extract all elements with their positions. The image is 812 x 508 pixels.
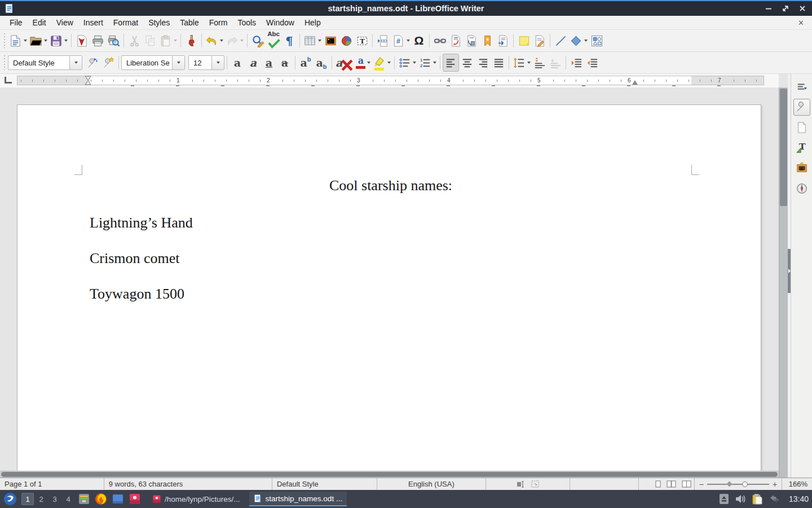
insert-footnote-button[interactable] — [448, 32, 464, 50]
cut-button[interactable] — [126, 32, 142, 50]
dropdown-arrow-icon[interactable] — [433, 62, 436, 64]
toolbar-grip[interactable] — [3, 55, 6, 70]
sidebar-hide-handle[interactable] — [788, 249, 791, 293]
app-menu-icon[interactable] — [3, 492, 17, 506]
insert-chart-button[interactable] — [338, 32, 354, 50]
close-button[interactable] — [798, 5, 806, 12]
dropdown-arrow-icon[interactable] — [220, 40, 223, 42]
special-character-button[interactable]: Ω — [411, 32, 427, 50]
clear-formatting-button[interactable]: a — [334, 54, 355, 72]
insert-field-button[interactable]: # — [391, 32, 411, 50]
network-offline-icon[interactable] — [769, 493, 781, 505]
document-line[interactable]: Crismon comet — [90, 250, 692, 267]
align-right-button[interactable] — [475, 54, 491, 72]
strikethrough-button[interactable]: a — [277, 54, 293, 72]
sidebar-tab-page[interactable] — [793, 119, 810, 136]
document-title-line[interactable]: Cool starship names: — [90, 177, 692, 194]
right-indent-marker[interactable] — [632, 80, 638, 85]
line-spacing-button[interactable] — [511, 54, 532, 72]
font-color-button[interactable]: a — [355, 54, 372, 72]
formatting-marks-button[interactable]: ¶ — [281, 32, 297, 50]
workspace-3-button[interactable]: 3 — [48, 493, 61, 505]
copy-button[interactable] — [142, 32, 158, 50]
dropdown-arrow-icon[interactable] — [407, 40, 410, 42]
tab-stop-selector[interactable] — [5, 77, 12, 84]
workspace-2-button[interactable]: 2 — [35, 493, 47, 505]
task-button-pictures[interactable]: /home/lynp/Pictures/... — [148, 492, 245, 506]
find-replace-button[interactable] — [250, 32, 266, 50]
insert-text-box-button[interactable]: T — [354, 32, 370, 50]
align-left-button[interactable] — [443, 54, 459, 72]
status-page-style[interactable]: Default Style — [272, 478, 377, 490]
task-button-writer[interactable]: startship_names.odt ... — [249, 492, 347, 506]
sidebar-splitter[interactable] — [788, 74, 791, 478]
document-area[interactable]: Cool starship names: Lightning’s Hand Cr… — [0, 87, 779, 471]
clock[interactable]: 13:40 — [789, 494, 809, 503]
indent-marker[interactable] — [85, 76, 91, 85]
highlight-color-button[interactable] — [372, 54, 392, 72]
paragraph-style-value[interactable]: Default Style — [8, 59, 69, 67]
menu-format[interactable]: Format — [108, 16, 143, 29]
toolbar-grip[interactable] — [3, 33, 6, 48]
dropdown-arrow-icon[interactable] — [387, 62, 391, 64]
decrease-indent-button[interactable] — [584, 54, 600, 72]
dropdown-arrow-icon[interactable] — [240, 40, 244, 42]
paragraph-style-dropdown[interactable] — [69, 56, 82, 69]
dropdown-arrow-icon[interactable] — [413, 62, 416, 64]
menu-view[interactable]: View — [51, 16, 78, 29]
paste-button[interactable] — [158, 32, 178, 50]
cross-reference-button[interactable] — [495, 32, 511, 50]
print-button[interactable] — [90, 32, 105, 50]
vertical-scrollbar-thumb[interactable] — [780, 89, 787, 206]
horizontal-ruler[interactable]: 1 2 3 4 5 6 7 — [17, 76, 764, 85]
book-view-icon[interactable] — [682, 480, 691, 488]
dropdown-arrow-icon[interactable] — [44, 40, 47, 42]
menu-window[interactable]: Window — [261, 16, 299, 29]
align-center-button[interactable] — [459, 54, 475, 72]
dropdown-arrow-icon[interactable] — [318, 40, 321, 42]
document-line[interactable]: Lightning’s Hand — [90, 214, 692, 231]
page-break-button[interactable] — [375, 32, 391, 50]
new-style-button[interactable] — [100, 54, 116, 72]
subscript-button[interactable]: ab — [314, 54, 329, 72]
new-document-button[interactable] — [8, 32, 28, 50]
menu-tools[interactable]: Tools — [232, 16, 261, 29]
font-size-combo[interactable]: 12 — [188, 55, 224, 70]
workspace-1-button[interactable]: 1 — [21, 493, 34, 505]
insert-endnote-button[interactable] — [464, 32, 479, 50]
zoom-in-button[interactable]: + — [773, 480, 777, 489]
volume-icon[interactable] — [735, 494, 746, 504]
zoom-slider[interactable] — [707, 481, 769, 488]
ordered-list-button[interactable]: 12 — [417, 54, 438, 72]
close-document-icon[interactable]: ✕ — [798, 19, 804, 27]
dropdown-arrow-icon[interactable] — [584, 40, 588, 42]
bookmark-button[interactable] — [479, 32, 495, 50]
basic-shapes-button[interactable] — [568, 32, 589, 50]
sidebar-settings-button[interactable] — [793, 78, 810, 95]
insert-mode-icon[interactable] — [517, 481, 526, 488]
zoom-level[interactable]: 166% — [782, 478, 812, 490]
eject-tray-icon[interactable] — [719, 493, 729, 505]
horizontal-scrollbar[interactable] — [0, 471, 779, 478]
superscript-button[interactable]: ab — [298, 54, 314, 72]
font-name-combo[interactable]: Liberation Se — [121, 55, 185, 70]
dropdown-arrow-icon[interactable] — [24, 40, 27, 42]
status-language[interactable]: English (USA) — [377, 478, 486, 490]
sidebar-tab-properties[interactable] — [793, 99, 810, 116]
menu-help[interactable]: Help — [299, 16, 326, 29]
bold-button[interactable]: a — [230, 54, 245, 72]
zoom-slider-handle[interactable] — [742, 481, 748, 487]
insert-image-button[interactable] — [323, 32, 338, 50]
menu-table[interactable]: Table — [175, 16, 204, 29]
insert-hyperlink-button[interactable] — [432, 32, 448, 50]
font-size-value[interactable]: 12 — [189, 59, 211, 67]
sidebar-tab-styles[interactable]: T — [793, 139, 810, 156]
open-file-button[interactable] — [28, 32, 48, 50]
increase-indent-button[interactable] — [568, 54, 584, 72]
window-manager-launcher-icon[interactable] — [111, 492, 125, 506]
horizontal-scrollbar-thumb[interactable] — [1, 472, 778, 477]
insert-table-button[interactable] — [302, 32, 323, 50]
firefox-launcher-icon[interactable] — [94, 492, 108, 506]
redo-button[interactable] — [224, 32, 245, 50]
underline-button[interactable]: a — [261, 54, 277, 72]
